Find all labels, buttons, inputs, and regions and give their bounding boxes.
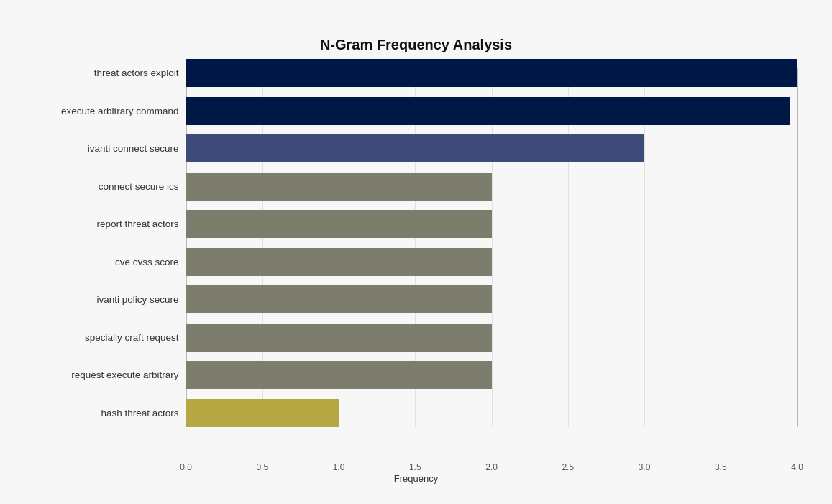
- bar-label: execute arbitrary command: [35, 106, 186, 116]
- bar-fill: [186, 399, 339, 427]
- bar-row: hash threat actors: [35, 394, 797, 432]
- bar-label: threat actors exploit: [35, 68, 186, 78]
- x-tick-3: 1.5: [409, 462, 421, 472]
- x-tick-2: 1.0: [333, 462, 345, 472]
- x-tick-5: 2.5: [562, 462, 574, 472]
- bar-fill: [186, 59, 797, 87]
- x-tick-7: 3.5: [715, 462, 727, 472]
- bar-row: cve cvss score: [35, 243, 797, 281]
- bar-row: ivanti connect secure: [35, 130, 797, 168]
- x-tick-6: 3.0: [639, 462, 651, 472]
- bar-label: hash threat actors: [35, 408, 186, 418]
- x-tick-0: 0.0: [180, 462, 192, 472]
- chart-title: N-Gram Frequency Analysis: [35, 37, 797, 53]
- chart-container: N-Gram Frequency Analysis threat actors …: [21, 15, 812, 490]
- bar-fill: [186, 285, 492, 313]
- bar-row: specially craft request: [35, 319, 797, 357]
- bar-label: connect secure ics: [35, 181, 186, 192]
- bar-fill: [186, 173, 492, 201]
- bar-row: execute arbitrary command: [35, 92, 797, 130]
- bar-label: specially craft request: [35, 332, 186, 343]
- x-tick-4: 2.0: [485, 462, 498, 472]
- grid-line-4: [797, 68, 798, 427]
- bar-row: report threat actors: [35, 206, 797, 244]
- bar-fill: [186, 97, 790, 125]
- bar-fill: [186, 324, 492, 352]
- bar-label: cve cvss score: [35, 257, 186, 267]
- x-tick-1: 0.5: [256, 462, 268, 472]
- bar-label: ivanti policy secure: [35, 294, 186, 305]
- bar-row: threat actors exploit: [35, 55, 797, 93]
- bar-row: request execute arbitrary: [35, 357, 797, 395]
- x-axis-label: Frequency: [21, 473, 812, 484]
- bar-label: ivanti connect secure: [35, 143, 186, 154]
- bar-fill: [186, 134, 645, 162]
- x-tick-8: 4.0: [791, 462, 803, 472]
- bar-label: request execute arbitrary: [35, 370, 186, 380]
- bar-fill: [186, 210, 492, 238]
- bar-row: connect secure ics: [35, 168, 797, 206]
- bar-label: report threat actors: [35, 219, 186, 229]
- bar-row: ivanti policy secure: [35, 281, 797, 319]
- bar-fill: [186, 248, 492, 276]
- bar-fill: [186, 361, 492, 389]
- bars-container: threat actors exploitexecute arbitrary c…: [35, 55, 797, 432]
